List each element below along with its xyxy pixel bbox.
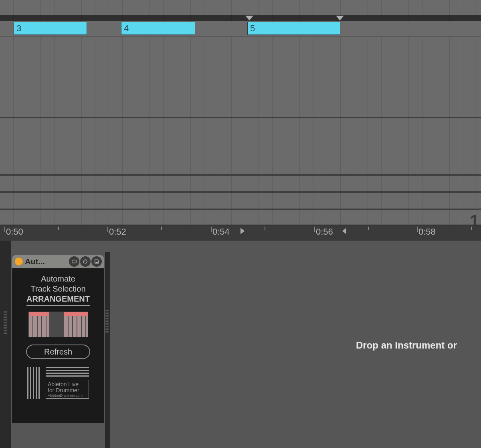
time-tick: 0:54 [212,227,230,237]
svg-rect-1 [95,262,97,263]
clip-3[interactable]: 3 [14,22,87,35]
logo-line1: Ableton Live [48,381,87,387]
logo-bars-icon [27,367,43,399]
top-ruler [0,0,481,15]
minor-tick [161,227,162,230]
loop-start-marker[interactable] [245,16,253,20]
timeline-ruler[interactable]: 0:50 0:52 0:54 0:56 0:58 [0,225,481,241]
logo-line2: for Drummer [48,387,87,393]
device-title: Aut... [25,257,45,266]
logo-hbars-icon [46,367,89,378]
minor-tick [368,227,369,230]
drop-instrument-hint: Drop an Instrument or [356,340,457,351]
refresh-icon[interactable] [80,256,91,267]
track-lane-1[interactable] [0,37,481,118]
track-lane-4[interactable] [0,193,481,210]
device-thumbnail [28,312,88,337]
arrangement-view[interactable]: 3 4 5 1 0:50 0:52 0:54 0:56 0:58 [0,0,481,241]
clip-row[interactable]: 3 4 5 [0,21,481,36]
expand-icon[interactable] [69,256,79,267]
device-header[interactable]: Aut... [12,255,104,268]
save-icon[interactable] [91,256,102,267]
clip-label: 3 [16,23,21,34]
device-body: Automate Track Selection ARRANGEMENT Ref… [12,268,104,405]
device-activator-icon[interactable] [14,257,23,266]
clip-label: 5 [250,23,255,34]
track-lane-3[interactable] [0,176,481,193]
device-text-line1: Automate [17,274,99,284]
minor-tick [265,227,265,230]
clip-4[interactable]: 4 [121,22,195,35]
time-tick: 0:58 [418,227,436,237]
logo-url: AbletonDrummer.com [48,394,87,398]
clip-label: 4 [124,23,129,34]
device-text-line2: Track Selection [17,284,99,294]
refresh-button-label: Refresh [44,347,72,357]
time-tick: 0:56 [316,227,333,237]
device-gutter-left[interactable] [0,241,11,448]
loop-end-marker[interactable] [336,16,344,20]
device-panel: Aut... Automate Track Selection ARRANGEM… [12,255,104,423]
time-tick: 0:52 [109,227,126,237]
minor-tick [471,227,472,230]
device-logo: Ableton Live for Drummer AbletonDrummer.… [17,367,99,399]
punch-in-icon[interactable] [240,228,245,234]
refresh-button[interactable]: Refresh [26,345,90,359]
svg-rect-0 [72,260,77,263]
device-text-line3: ARRANGEMENT [26,294,90,306]
track-lane-2[interactable] [0,118,481,176]
punch-out-icon[interactable] [342,228,346,234]
device-gutter-right[interactable] [105,252,110,448]
logo-text-box: Ableton Live for Drummer AbletonDrummer.… [46,380,89,399]
time-tick: 0:50 [6,227,23,237]
clip-5[interactable]: 5 [247,22,340,35]
minor-tick [58,227,59,230]
device-area: Aut... Automate Track Selection ARRANGEM… [0,241,481,448]
ruler-separator [0,15,481,21]
